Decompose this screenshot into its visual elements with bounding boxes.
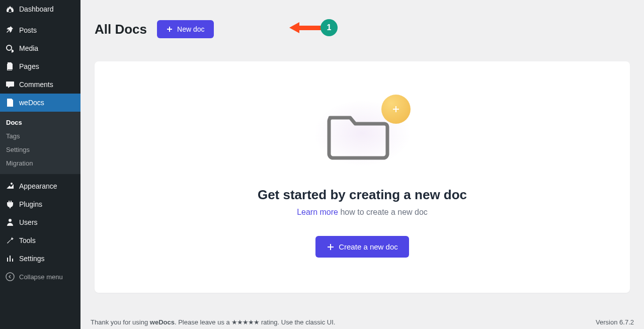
sidebar-item-posts[interactable]: Posts — [0, 21, 80, 39]
settings-icon — [5, 254, 15, 264]
footer-thanks: Thank you for using weDocs. Please leave… — [91, 318, 335, 326]
wedocs-submenu: Docs Tags Settings Migration — [0, 112, 80, 174]
empty-headline: Get started by creating a new doc — [115, 187, 610, 203]
collapse-menu[interactable]: Collapse menu — [0, 268, 80, 286]
sidebar-item-label: Posts — [19, 26, 37, 34]
sidebar-item-wedocs[interactable]: weDocs — [0, 94, 80, 112]
new-doc-label: New doc — [177, 25, 204, 33]
sidebar-item-label: Pages — [19, 62, 39, 70]
comments-icon — [5, 79, 15, 90]
learn-more-link[interactable]: Learn more — [297, 208, 338, 216]
create-doc-label: Create a new doc — [339, 242, 398, 251]
star-rating-icon[interactable]: ★★★★★ — [231, 318, 259, 326]
create-doc-button[interactable]: Create a new doc — [315, 236, 409, 258]
sidebar-item-label: Comments — [19, 80, 53, 89]
footer-brand: weDocs — [150, 318, 175, 326]
sidebar-item-comments[interactable]: Comments — [0, 75, 80, 94]
sidebar-item-label: Media — [19, 44, 38, 52]
annotation-arrow: 1 — [289, 19, 338, 36]
plus-icon — [166, 26, 173, 33]
sidebar-item-label: Appearance — [19, 182, 57, 190]
sidebar-item-media[interactable]: Media — [0, 39, 80, 57]
plugins-icon — [5, 199, 15, 209]
page-header: All Docs New doc — [95, 20, 630, 38]
page-title: All Docs — [95, 22, 147, 37]
sidebar-item-label: Dashboard — [19, 5, 54, 13]
sidebar-item-appearance[interactable]: Appearance — [0, 177, 80, 195]
footer-version: Version 6.7.2 — [596, 318, 634, 326]
sidebar-item-label: Tools — [19, 236, 36, 244]
plus-badge-icon — [381, 95, 411, 124]
submenu-item-migration[interactable]: Migration — [0, 156, 80, 170]
sidebar-item-label: weDocs — [19, 99, 44, 107]
annotation-badge: 1 — [320, 19, 338, 36]
sidebar-item-users[interactable]: Users — [0, 213, 80, 231]
tools-icon — [5, 235, 15, 245]
collapse-icon — [5, 272, 15, 282]
empty-state-card: Get started by creating a new doc Learn … — [95, 61, 630, 293]
media-icon — [5, 43, 15, 53]
sidebar-item-plugins[interactable]: Plugins — [0, 195, 80, 213]
sidebar-item-label: Users — [19, 218, 38, 226]
svg-point-0 — [6, 273, 14, 281]
collapse-label: Collapse menu — [19, 273, 63, 281]
sidebar-item-dashboard[interactable]: Dashboard — [0, 0, 80, 18]
arrow-shaft — [299, 26, 321, 30]
plus-icon — [327, 243, 335, 251]
arrow-head-icon — [289, 22, 299, 33]
empty-subline: Learn more how to create a new doc — [115, 208, 610, 217]
admin-footer: Thank you for using weDocs. Please leave… — [91, 318, 634, 326]
subline-rest: how to create a new doc — [338, 208, 428, 216]
folder-icon — [326, 109, 391, 164]
sidebar-item-label: Settings — [19, 255, 45, 263]
new-doc-button[interactable]: New doc — [157, 20, 213, 38]
appearance-icon — [5, 181, 15, 191]
wedocs-icon — [5, 98, 15, 108]
admin-sidebar: Dashboard Posts Media Pages Comments weD… — [0, 0, 80, 329]
submenu-item-tags[interactable]: Tags — [0, 129, 80, 143]
sidebar-item-tools[interactable]: Tools — [0, 231, 80, 250]
pages-icon — [5, 61, 15, 71]
submenu-item-settings[interactable]: Settings — [0, 143, 80, 156]
pin-icon — [5, 25, 15, 35]
sidebar-item-label: Plugins — [19, 200, 42, 208]
sidebar-item-settings[interactable]: Settings — [0, 250, 80, 268]
sidebar-item-pages[interactable]: Pages — [0, 57, 80, 75]
main-content: All Docs New doc 1 Get started by creati… — [80, 0, 644, 329]
users-icon — [5, 217, 15, 227]
empty-illustration — [312, 92, 413, 172]
submenu-item-docs[interactable]: Docs — [0, 116, 80, 129]
dashboard-icon — [5, 4, 15, 14]
